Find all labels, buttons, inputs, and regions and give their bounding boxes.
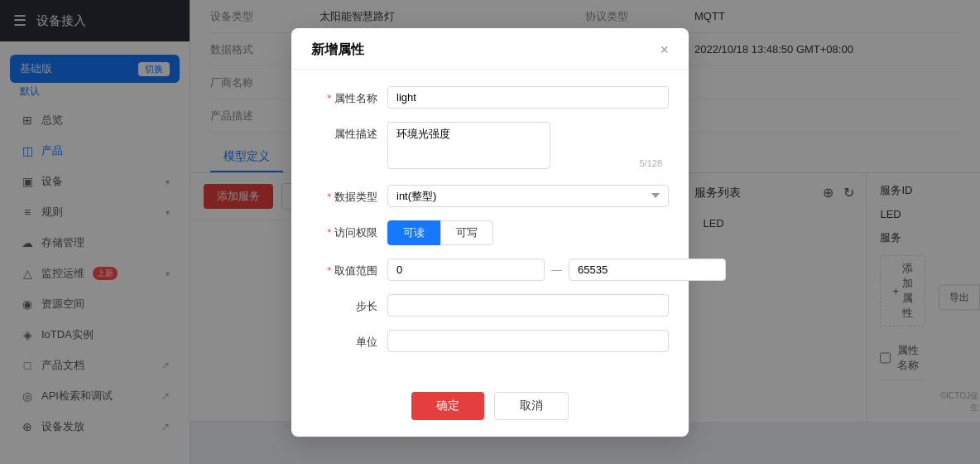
modal-close-button[interactable]: ×: [660, 42, 669, 57]
cancel-button[interactable]: 取消: [494, 392, 569, 420]
field-name-input[interactable]: [387, 86, 669, 109]
field-datatype-row: 数据类型 int(整型) string(字符串) decimal(小数) boo…: [311, 185, 669, 207]
field-unit-input[interactable]: [387, 330, 669, 352]
field-desc-label: 属性描述: [311, 122, 377, 142]
field-desc-input[interactable]: 环境光强度: [387, 122, 550, 169]
field-access-row: 访问权限 可读 可写: [311, 220, 669, 245]
modal-title: 新增属性: [311, 41, 364, 59]
access-writable-button[interactable]: 可写: [440, 220, 493, 245]
desc-count: 5/128: [639, 158, 662, 168]
field-datatype-label: 数据类型: [311, 185, 377, 205]
range-dash: —: [551, 263, 562, 276]
confirm-button[interactable]: 确定: [411, 392, 484, 420]
modal-body: 属性名称 属性描述 环境光强度 5/128 数据类型 int(整型) strin…: [291, 70, 689, 382]
field-name-row: 属性名称: [311, 86, 669, 109]
field-step-row: 步长: [311, 294, 669, 317]
field-step-label: 步长: [311, 294, 377, 314]
field-step-input[interactable]: [387, 294, 669, 317]
add-attribute-modal: 新增属性 × 属性名称 属性描述 环境光强度 5/128 数据类型 i: [291, 28, 689, 437]
range-min-input[interactable]: [387, 259, 545, 281]
textarea-wrapper: 环境光强度 5/128: [387, 122, 669, 172]
field-range-row: 取值范围 —: [311, 259, 669, 281]
field-unit-row: 单位: [311, 330, 669, 352]
field-datatype-select[interactable]: int(整型) string(字符串) decimal(小数) bool(布尔)…: [387, 185, 669, 207]
modal-footer: 确定 取消: [291, 382, 689, 437]
modal-header: 新增属性 ×: [291, 28, 689, 70]
field-desc-row: 属性描述 环境光强度 5/128: [311, 122, 669, 172]
range-inputs: —: [387, 259, 726, 281]
field-access-label: 访问权限: [311, 220, 377, 240]
modal-overlay: 新增属性 × 属性名称 属性描述 环境光强度 5/128 数据类型 i: [0, 0, 980, 464]
field-name-label: 属性名称: [311, 86, 377, 106]
access-buttons: 可读 可写: [387, 220, 493, 245]
range-max-input[interactable]: [569, 259, 726, 281]
field-range-label: 取值范围: [311, 259, 377, 278]
access-readable-button[interactable]: 可读: [387, 220, 440, 245]
field-unit-label: 单位: [311, 330, 377, 350]
